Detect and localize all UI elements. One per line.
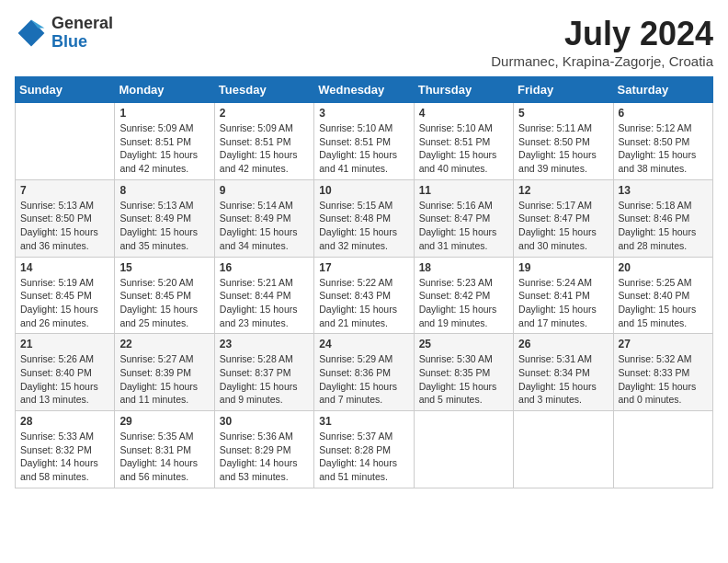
calendar-cell: 20Sunrise: 5:25 AM Sunset: 8:40 PM Dayli… (613, 257, 712, 334)
logo-blue: Blue (51, 33, 113, 52)
day-number: 31 (319, 415, 408, 428)
day-of-week-header: Sunday (16, 77, 115, 103)
day-info: Sunrise: 5:18 AM Sunset: 8:46 PM Dayligh… (619, 199, 708, 253)
day-number: 27 (619, 338, 708, 350)
day-number: 25 (419, 338, 508, 350)
calendar-cell: 24Sunrise: 5:29 AM Sunset: 8:36 PM Dayli… (314, 334, 414, 411)
day-of-week-header: Friday (514, 77, 613, 103)
day-info: Sunrise: 5:36 AM Sunset: 8:29 PM Dayligh… (220, 430, 309, 484)
calendar-cell: 7Sunrise: 5:13 AM Sunset: 8:50 PM Daylig… (16, 179, 115, 257)
day-info: Sunrise: 5:20 AM Sunset: 8:45 PM Dayligh… (119, 276, 209, 330)
day-number: 11 (419, 184, 508, 197)
title-block: July 2024 Durmanec, Krapina-Zagorje, Cro… (491, 15, 713, 69)
day-number: 21 (20, 338, 109, 350)
calendar-week-row: 1Sunrise: 5:09 AM Sunset: 8:51 PM Daylig… (16, 103, 713, 180)
calendar-cell: 27Sunrise: 5:32 AM Sunset: 8:33 PM Dayli… (613, 334, 712, 411)
day-info: Sunrise: 5:17 AM Sunset: 8:47 PM Dayligh… (518, 199, 608, 253)
calendar-cell: 26Sunrise: 5:31 AM Sunset: 8:34 PM Dayli… (514, 334, 613, 411)
calendar-cell: 31Sunrise: 5:37 AM Sunset: 8:28 PM Dayli… (314, 411, 414, 488)
day-info: Sunrise: 5:13 AM Sunset: 8:49 PM Dayligh… (119, 199, 209, 253)
location-subtitle: Durmanec, Krapina-Zagorje, Croatia (491, 53, 713, 69)
logo: General Blue (15, 15, 113, 52)
day-number: 12 (518, 184, 608, 197)
day-number: 9 (220, 184, 309, 197)
calendar-cell: 4Sunrise: 5:10 AM Sunset: 8:51 PM Daylig… (414, 103, 513, 180)
calendar-cell: 9Sunrise: 5:14 AM Sunset: 8:49 PM Daylig… (214, 179, 313, 257)
day-number: 20 (619, 261, 708, 274)
day-number: 19 (518, 261, 608, 274)
day-info: Sunrise: 5:15 AM Sunset: 8:48 PM Dayligh… (319, 199, 408, 253)
day-info: Sunrise: 5:35 AM Sunset: 8:31 PM Dayligh… (119, 430, 209, 484)
day-info: Sunrise: 5:10 AM Sunset: 8:51 PM Dayligh… (319, 121, 408, 176)
days-of-week-row: SundayMondayTuesdayWednesdayThursdayFrid… (16, 77, 713, 103)
calendar-cell: 18Sunrise: 5:23 AM Sunset: 8:42 PM Dayli… (414, 257, 513, 334)
day-info: Sunrise: 5:24 AM Sunset: 8:41 PM Dayligh… (518, 276, 608, 330)
day-of-week-header: Monday (115, 77, 214, 103)
calendar-week-row: 21Sunrise: 5:26 AM Sunset: 8:40 PM Dayli… (16, 334, 713, 411)
day-info: Sunrise: 5:31 AM Sunset: 8:34 PM Dayligh… (518, 352, 608, 407)
day-number: 17 (319, 261, 408, 274)
day-number: 1 (119, 107, 209, 120)
day-info: Sunrise: 5:22 AM Sunset: 8:43 PM Dayligh… (319, 276, 408, 330)
logo-icon (15, 17, 48, 50)
calendar-cell: 2Sunrise: 5:09 AM Sunset: 8:51 PM Daylig… (214, 103, 313, 180)
day-info: Sunrise: 5:12 AM Sunset: 8:50 PM Dayligh… (619, 121, 708, 176)
month-year-title: July 2024 (491, 15, 713, 53)
calendar-cell: 13Sunrise: 5:18 AM Sunset: 8:46 PM Dayli… (613, 179, 712, 257)
calendar-cell (414, 411, 513, 488)
calendar-cell: 21Sunrise: 5:26 AM Sunset: 8:40 PM Dayli… (16, 334, 115, 411)
calendar-cell: 19Sunrise: 5:24 AM Sunset: 8:41 PM Dayli… (514, 257, 613, 334)
day-number: 28 (20, 415, 109, 428)
day-info: Sunrise: 5:37 AM Sunset: 8:28 PM Dayligh… (319, 430, 408, 484)
day-number: 14 (20, 261, 109, 274)
day-info: Sunrise: 5:14 AM Sunset: 8:49 PM Dayligh… (220, 199, 309, 253)
day-info: Sunrise: 5:16 AM Sunset: 8:47 PM Dayligh… (419, 199, 508, 253)
calendar-cell: 28Sunrise: 5:33 AM Sunset: 8:32 PM Dayli… (16, 411, 115, 488)
calendar-cell (613, 411, 712, 488)
day-number: 10 (319, 184, 408, 197)
day-info: Sunrise: 5:33 AM Sunset: 8:32 PM Dayligh… (20, 430, 109, 484)
calendar-cell: 11Sunrise: 5:16 AM Sunset: 8:47 PM Dayli… (414, 179, 513, 257)
day-info: Sunrise: 5:09 AM Sunset: 8:51 PM Dayligh… (119, 121, 209, 176)
day-info: Sunrise: 5:10 AM Sunset: 8:51 PM Dayligh… (419, 121, 508, 176)
svg-marker-0 (18, 19, 45, 46)
day-number: 15 (119, 261, 209, 274)
calendar-cell: 29Sunrise: 5:35 AM Sunset: 8:31 PM Dayli… (115, 411, 214, 488)
day-number: 3 (319, 107, 408, 120)
day-info: Sunrise: 5:13 AM Sunset: 8:50 PM Dayligh… (20, 199, 109, 253)
day-info: Sunrise: 5:29 AM Sunset: 8:36 PM Dayligh… (319, 352, 408, 407)
calendar-cell: 5Sunrise: 5:11 AM Sunset: 8:50 PM Daylig… (514, 103, 613, 180)
day-number: 2 (220, 107, 309, 120)
day-info: Sunrise: 5:30 AM Sunset: 8:35 PM Dayligh… (419, 352, 508, 407)
day-info: Sunrise: 5:25 AM Sunset: 8:40 PM Dayligh… (619, 276, 708, 330)
calendar-header: SundayMondayTuesdayWednesdayThursdayFrid… (16, 77, 713, 103)
calendar-body: 1Sunrise: 5:09 AM Sunset: 8:51 PM Daylig… (16, 103, 713, 488)
calendar-cell: 30Sunrise: 5:36 AM Sunset: 8:29 PM Dayli… (214, 411, 313, 488)
day-number: 16 (220, 261, 309, 274)
calendar-cell: 23Sunrise: 5:28 AM Sunset: 8:37 PM Dayli… (214, 334, 313, 411)
day-info: Sunrise: 5:09 AM Sunset: 8:51 PM Dayligh… (220, 121, 309, 176)
day-number: 26 (518, 338, 608, 350)
calendar-cell (16, 103, 115, 180)
day-info: Sunrise: 5:28 AM Sunset: 8:37 PM Dayligh… (220, 352, 309, 407)
page-header: General Blue July 2024 Durmanec, Krapina… (15, 15, 713, 69)
day-of-week-header: Tuesday (214, 77, 313, 103)
calendar-cell: 22Sunrise: 5:27 AM Sunset: 8:39 PM Dayli… (115, 334, 214, 411)
day-of-week-header: Wednesday (314, 77, 414, 103)
calendar-cell: 1Sunrise: 5:09 AM Sunset: 8:51 PM Daylig… (115, 103, 214, 180)
day-number: 30 (220, 415, 309, 428)
calendar-cell: 10Sunrise: 5:15 AM Sunset: 8:48 PM Dayli… (314, 179, 414, 257)
day-info: Sunrise: 5:32 AM Sunset: 8:33 PM Dayligh… (619, 352, 708, 407)
calendar-cell (514, 411, 613, 488)
calendar-week-row: 14Sunrise: 5:19 AM Sunset: 8:45 PM Dayli… (16, 257, 713, 334)
day-info: Sunrise: 5:11 AM Sunset: 8:50 PM Dayligh… (518, 121, 608, 176)
day-of-week-header: Thursday (414, 77, 513, 103)
logo-general: General (51, 15, 113, 33)
day-number: 23 (220, 338, 309, 350)
day-info: Sunrise: 5:21 AM Sunset: 8:44 PM Dayligh… (220, 276, 309, 330)
calendar-cell: 6Sunrise: 5:12 AM Sunset: 8:50 PM Daylig… (613, 103, 712, 180)
day-number: 22 (119, 338, 209, 350)
day-info: Sunrise: 5:27 AM Sunset: 8:39 PM Dayligh… (119, 352, 209, 407)
calendar-cell: 8Sunrise: 5:13 AM Sunset: 8:49 PM Daylig… (115, 179, 214, 257)
day-number: 7 (20, 184, 109, 197)
